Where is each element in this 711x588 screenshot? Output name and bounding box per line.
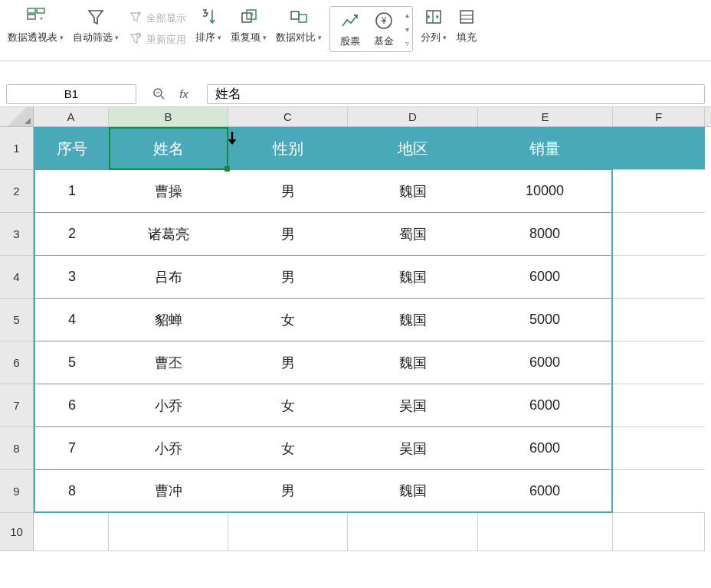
cell[interactable]: 曹冲 <box>109 470 228 513</box>
cell[interactable] <box>613 170 705 213</box>
cell[interactable]: 曹丕 <box>109 341 228 384</box>
cell[interactable]: 曹操 <box>109 170 228 213</box>
cell[interactable]: 男 <box>228 341 348 384</box>
cell[interactable] <box>613 127 705 170</box>
cell[interactable]: 6000 <box>478 427 613 470</box>
search-icon[interactable] <box>150 85 169 103</box>
cell[interactable]: 魏国 <box>348 470 478 513</box>
cell[interactable]: 销量 <box>478 127 613 170</box>
row-header[interactable]: 9 <box>0 470 34 513</box>
cell[interactable]: 1 <box>34 170 109 213</box>
cell[interactable]: 男 <box>228 170 348 213</box>
autofilter-button[interactable]: 自动筛选▾ <box>68 6 123 60</box>
cell[interactable]: 诸葛亮 <box>109 213 228 256</box>
cell[interactable]: 序号 <box>34 127 109 170</box>
cell[interactable]: 3 <box>34 256 109 299</box>
svg-text:+: + <box>251 11 254 18</box>
split-button[interactable]: 分列▾ <box>416 6 451 60</box>
col-header-A[interactable]: A <box>34 107 109 126</box>
cell[interactable] <box>228 513 348 551</box>
cell[interactable]: 姓名 <box>109 127 228 170</box>
cell[interactable] <box>478 513 613 551</box>
cell[interactable]: 女 <box>228 299 348 341</box>
cell[interactable]: 吴国 <box>348 384 478 427</box>
cell[interactable] <box>109 513 228 551</box>
stock-button[interactable]: 股票 <box>333 10 367 48</box>
cell[interactable]: 7 <box>34 427 109 470</box>
nav-down-icon[interactable]: ▾ <box>405 25 409 34</box>
cell[interactable] <box>613 427 705 470</box>
col-header-B[interactable]: B <box>109 107 228 126</box>
cell[interactable]: 貂蝉 <box>109 299 228 341</box>
cell[interactable]: 魏国 <box>348 299 478 341</box>
col-header-E[interactable]: E <box>478 107 613 126</box>
cell[interactable]: 男 <box>228 470 348 513</box>
cell[interactable]: 魏国 <box>348 256 478 299</box>
select-all-corner[interactable] <box>0 107 34 126</box>
cell[interactable]: 性别 <box>228 127 348 170</box>
svg-rect-2 <box>28 15 35 19</box>
row-header[interactable]: 1 <box>0 127 34 170</box>
cell[interactable]: 男 <box>228 256 348 299</box>
cell[interactable]: 吕布 <box>109 256 228 299</box>
show-all-icon <box>128 9 143 24</box>
cell[interactable]: 魏国 <box>348 170 478 213</box>
cell[interactable] <box>613 513 705 551</box>
cell[interactable]: 10000 <box>478 170 613 213</box>
row-header[interactable]: 10 <box>0 513 34 551</box>
row-header[interactable]: 2 <box>0 170 34 213</box>
col-header-C[interactable]: C <box>228 107 348 126</box>
row-header[interactable]: 7 <box>0 384 34 427</box>
cell[interactable]: 6000 <box>478 341 613 384</box>
compare-button[interactable]: 数据对比▾ <box>271 6 326 60</box>
pivot-button[interactable]: 数据透视表▾ <box>3 6 68 60</box>
cell[interactable]: 女 <box>228 384 348 427</box>
cell[interactable]: 5 <box>34 341 109 384</box>
name-box[interactable]: B1 <box>6 84 136 104</box>
cell[interactable]: 8 <box>34 470 109 513</box>
sort-button[interactable]: 排序▾ <box>191 6 226 60</box>
duplicates-button[interactable]: + 重复项▾ <box>226 6 271 60</box>
cell[interactable]: 男 <box>228 213 348 256</box>
reapply-button: 重新应用 <box>128 28 186 49</box>
fill-button[interactable]: 填充 <box>451 6 482 60</box>
cell[interactable]: 6000 <box>478 256 613 299</box>
dropdown-icon: ▾ <box>318 34 322 41</box>
nav-up-icon[interactable]: ▴ <box>405 11 409 19</box>
cell[interactable]: 女 <box>228 427 348 470</box>
cell[interactable]: 6000 <box>478 470 613 513</box>
cell[interactable] <box>613 341 705 384</box>
cell[interactable] <box>34 513 109 551</box>
cell[interactable]: 小乔 <box>109 384 228 427</box>
fund-button[interactable]: ¥ 基金 <box>367 10 401 48</box>
row-header[interactable]: 4 <box>0 256 34 299</box>
cell[interactable]: 6000 <box>478 384 613 427</box>
table-row: 87小乔女吴国6000 <box>0 427 711 470</box>
cell[interactable]: 8000 <box>478 213 613 256</box>
nav-more-icon[interactable]: ▿ <box>405 39 409 47</box>
cell[interactable] <box>613 384 705 427</box>
cell[interactable] <box>348 513 478 551</box>
col-header-D[interactable]: D <box>348 107 478 126</box>
cell[interactable]: 魏国 <box>348 341 478 384</box>
row-header[interactable]: 3 <box>0 213 34 256</box>
cell[interactable]: 5000 <box>478 299 613 341</box>
row-header[interactable]: 5 <box>0 299 34 341</box>
row-header[interactable]: 6 <box>0 341 34 384</box>
cell[interactable]: 小乔 <box>109 427 228 470</box>
cell[interactable] <box>613 256 705 299</box>
cell[interactable] <box>613 299 705 341</box>
duplicates-label: 重复项 <box>231 31 260 44</box>
fx-button[interactable]: fx <box>175 85 193 103</box>
cell[interactable]: 4 <box>34 299 109 341</box>
cell[interactable]: 2 <box>34 213 109 256</box>
col-header-F[interactable]: F <box>613 107 705 126</box>
cell[interactable]: 6 <box>34 384 109 427</box>
formula-input[interactable]: 姓名 <box>207 84 705 104</box>
cell[interactable]: 地区 <box>348 127 478 170</box>
cell[interactable] <box>613 470 705 513</box>
cell[interactable]: 蜀国 <box>348 213 478 256</box>
cell[interactable] <box>613 213 705 256</box>
row-header[interactable]: 8 <box>0 427 34 470</box>
cell[interactable]: 吴国 <box>348 427 478 470</box>
